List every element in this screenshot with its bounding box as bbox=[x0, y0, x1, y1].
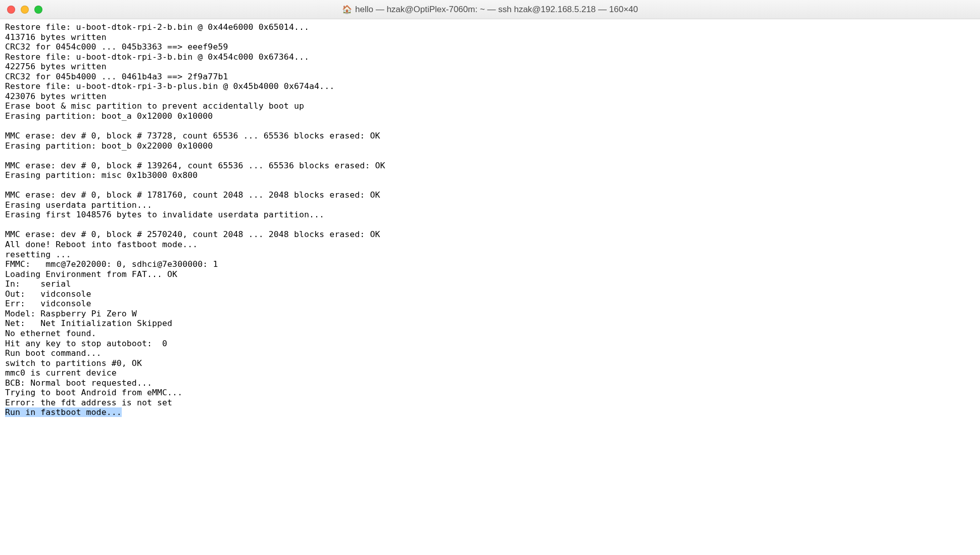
traffic-light-group bbox=[7, 6, 42, 14]
terminal-line: No ethernet found. bbox=[5, 329, 975, 339]
window-title-text: hello — hzak@OptiPlex-7060m: ~ — ssh hza… bbox=[355, 5, 638, 15]
terminal-line bbox=[5, 121, 975, 131]
terminal-line: BCB: Normal boot requested... bbox=[5, 378, 975, 388]
terminal-line bbox=[5, 151, 975, 161]
terminal-line: switch to partitions #0, OK bbox=[5, 358, 975, 368]
terminal-line: Net: Net Initialization Skipped bbox=[5, 318, 975, 329]
terminal-line: Erasing partition: boot_a 0x12000 0x1000… bbox=[5, 111, 975, 121]
terminal-line: MMC erase: dev # 0, block # 73728, count… bbox=[5, 131, 975, 141]
terminal-line: Loading Environment from FAT... OK bbox=[5, 269, 975, 280]
terminal-line: MMC erase: dev # 0, block # 2570240, cou… bbox=[5, 229, 975, 240]
terminal-line bbox=[5, 180, 975, 191]
terminal-line: Restore file: u-boot-dtok-rpi-2-b.bin @ … bbox=[5, 22, 975, 32]
terminal-content[interactable]: Restore file: u-boot-dtok-rpi-2-b.bin @ … bbox=[0, 19, 980, 421]
minimize-button[interactable] bbox=[21, 6, 29, 14]
terminal-line: Restore file: u-boot-dtok-rpi-3-b.bin @ … bbox=[5, 52, 975, 62]
terminal-line: Out: vidconsole bbox=[5, 289, 975, 299]
terminal-line-highlighted: Run in fastboot mode... bbox=[5, 407, 975, 418]
terminal-line: Error: the fdt address is not set bbox=[5, 398, 975, 408]
terminal-line: Err: vidconsole bbox=[5, 299, 975, 309]
terminal-line: Trying to boot Android from eMMC... bbox=[5, 388, 975, 398]
terminal-line: mmc0 is current device bbox=[5, 368, 975, 378]
terminal-line: Erasing partition: boot_b 0x22000 0x1000… bbox=[5, 141, 975, 151]
terminal-line: All done! Reboot into fastboot mode... bbox=[5, 240, 975, 250]
terminal-line: Hit any key to stop autoboot: 0 bbox=[5, 339, 975, 349]
terminal-line: 413716 bytes written bbox=[5, 32, 975, 42]
terminal-line: Restore file: u-boot-dtok-rpi-3-b-plus.b… bbox=[5, 81, 975, 91]
terminal-line: CRC32 for 045b4000 ... 0461b4a3 ==> 2f9a… bbox=[5, 72, 975, 82]
terminal-line: FMMC: mmc@7e202000: 0, sdhci@7e300000: 1 bbox=[5, 259, 975, 269]
terminal-line: Run boot command... bbox=[5, 348, 975, 358]
maximize-button[interactable] bbox=[34, 6, 42, 14]
terminal-line: 423076 bytes written bbox=[5, 91, 975, 102]
terminal-line: Erasing first 1048576 bytes to invalidat… bbox=[5, 210, 975, 220]
terminal-line bbox=[5, 220, 975, 230]
terminal-line: CRC32 for 0454c000 ... 045b3363 ==> eeef… bbox=[5, 42, 975, 52]
terminal-line: Erasing userdata partition... bbox=[5, 200, 975, 210]
terminal-line: Model: Raspberry Pi Zero W bbox=[5, 309, 975, 319]
terminal-line: Erase boot & misc partition to prevent a… bbox=[5, 101, 975, 111]
terminal-line: In: serial bbox=[5, 279, 975, 289]
close-button[interactable] bbox=[7, 6, 15, 14]
window-title-bar: 🏠 hello — hzak@OptiPlex-7060m: ~ — ssh h… bbox=[0, 0, 980, 19]
terminal-line: 422756 bytes written bbox=[5, 62, 975, 72]
terminal-line: Erasing partition: misc 0x1b3000 0x800 bbox=[5, 170, 975, 180]
window-title: 🏠 hello — hzak@OptiPlex-7060m: ~ — ssh h… bbox=[342, 5, 638, 15]
terminal-line: MMC erase: dev # 0, block # 1781760, cou… bbox=[5, 190, 975, 200]
home-icon: 🏠 bbox=[342, 5, 352, 14]
terminal-line: resetting ... bbox=[5, 250, 975, 260]
terminal-line: MMC erase: dev # 0, block # 139264, coun… bbox=[5, 161, 975, 171]
